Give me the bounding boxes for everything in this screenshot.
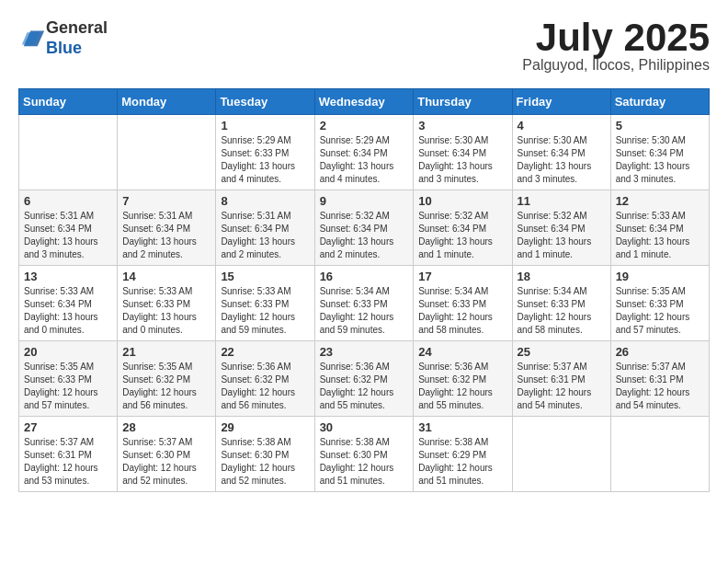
daylight-label: Daylight: 12 hours and 52 minutes. — [221, 463, 295, 486]
cell-content: Sunrise: 5:32 AM Sunset: 6:34 PM Dayligh… — [518, 210, 606, 261]
sunset-label: Sunset: 6:34 PM — [616, 148, 684, 158]
calendar-cell: 31 Sunrise: 5:38 AM Sunset: 6:29 PM Dayl… — [414, 417, 512, 492]
day-number: 19 — [616, 270, 704, 283]
sunset-label: Sunset: 6:31 PM — [24, 450, 92, 460]
sunrise-label: Sunrise: 5:38 AM — [320, 437, 390, 447]
daylight-label: Daylight: 13 hours and 4 minutes. — [221, 161, 295, 184]
sunset-label: Sunset: 6:33 PM — [616, 299, 684, 309]
sunrise-label: Sunrise: 5:31 AM — [122, 211, 192, 221]
sunrise-label: Sunrise: 5:34 AM — [518, 286, 587, 296]
cell-content: Sunrise: 5:36 AM Sunset: 6:32 PM Dayligh… — [221, 361, 309, 412]
sunset-label: Sunset: 6:34 PM — [320, 148, 388, 158]
day-number: 13 — [24, 270, 112, 283]
calendar-week-row: 20 Sunrise: 5:35 AM Sunset: 6:33 PM Dayl… — [19, 341, 710, 417]
cell-content: Sunrise: 5:34 AM Sunset: 6:33 PM Dayligh… — [418, 285, 506, 337]
daylight-label: Daylight: 13 hours and 0 minutes. — [24, 312, 98, 335]
sunset-label: Sunset: 6:34 PM — [418, 224, 486, 234]
calendar-week-row: 6 Sunrise: 5:31 AM Sunset: 6:34 PM Dayli… — [19, 190, 710, 266]
calendar-cell: 4 Sunrise: 5:30 AM Sunset: 6:34 PM Dayli… — [512, 115, 610, 190]
daylight-label: Daylight: 12 hours and 58 minutes. — [418, 312, 493, 335]
calendar-cell: 1 Sunrise: 5:29 AM Sunset: 6:33 PM Dayli… — [216, 115, 314, 190]
daylight-label: Daylight: 12 hours and 54 minutes. — [616, 387, 690, 410]
day-number: 18 — [518, 270, 606, 283]
day-number: 22 — [221, 345, 309, 359]
daylight-label: Daylight: 12 hours and 56 minutes. — [122, 387, 197, 410]
sunset-label: Sunset: 6:34 PM — [518, 148, 586, 158]
sunset-label: Sunset: 6:34 PM — [24, 299, 92, 309]
daylight-label: Daylight: 12 hours and 55 minutes. — [418, 387, 493, 410]
cell-content: Sunrise: 5:38 AM Sunset: 6:30 PM Dayligh… — [221, 436, 309, 488]
sunset-label: Sunset: 6:33 PM — [320, 299, 388, 309]
daylight-label: Daylight: 13 hours and 1 minute. — [518, 236, 592, 259]
cell-content: Sunrise: 5:30 AM Sunset: 6:34 PM Dayligh… — [518, 134, 606, 186]
day-number: 24 — [418, 345, 506, 359]
cell-content: Sunrise: 5:31 AM Sunset: 6:34 PM Dayligh… — [24, 210, 112, 261]
calendar-cell — [610, 417, 709, 492]
calendar-week-row: 1 Sunrise: 5:29 AM Sunset: 6:33 PM Dayli… — [19, 115, 710, 190]
location-subtitle: Palguyod, Ilocos, Philippines — [522, 57, 710, 74]
calendar-cell: 29 Sunrise: 5:38 AM Sunset: 6:30 PM Dayl… — [216, 417, 314, 492]
sunset-label: Sunset: 6:34 PM — [122, 224, 190, 234]
calendar-cell: 3 Sunrise: 5:30 AM Sunset: 6:34 PM Dayli… — [414, 115, 512, 190]
sunset-label: Sunset: 6:30 PM — [122, 450, 190, 460]
cell-content: Sunrise: 5:34 AM Sunset: 6:33 PM Dayligh… — [518, 285, 606, 337]
logo-text: General Blue — [46, 18, 108, 58]
page-header: General Blue July 2025 Palguyod, Ilocos,… — [18, 18, 710, 74]
sunrise-label: Sunrise: 5:30 AM — [616, 135, 686, 145]
daylight-label: Daylight: 13 hours and 0 minutes. — [122, 312, 197, 335]
cell-content: Sunrise: 5:33 AM Sunset: 6:34 PM Dayligh… — [616, 210, 704, 261]
sunset-label: Sunset: 6:29 PM — [418, 450, 486, 460]
cell-content: Sunrise: 5:33 AM Sunset: 6:34 PM Dayligh… — [24, 285, 112, 337]
sunrise-label: Sunrise: 5:37 AM — [616, 362, 686, 372]
sunrise-label: Sunrise: 5:33 AM — [616, 211, 686, 221]
day-number: 21 — [122, 345, 210, 359]
calendar-cell: 12 Sunrise: 5:33 AM Sunset: 6:34 PM Dayl… — [610, 190, 709, 266]
weekday-header: Saturday — [610, 89, 709, 115]
sunset-label: Sunset: 6:31 PM — [518, 374, 586, 385]
calendar-cell: 19 Sunrise: 5:35 AM Sunset: 6:33 PM Dayl… — [610, 266, 709, 341]
calendar-cell: 14 Sunrise: 5:33 AM Sunset: 6:33 PM Dayl… — [118, 266, 216, 341]
logo-icon — [20, 24, 46, 50]
calendar-cell: 25 Sunrise: 5:37 AM Sunset: 6:31 PM Dayl… — [512, 341, 610, 417]
day-number: 29 — [221, 420, 309, 434]
daylight-label: Daylight: 13 hours and 2 minutes. — [320, 236, 394, 259]
sunset-label: Sunset: 6:30 PM — [221, 450, 289, 460]
calendar-cell: 22 Sunrise: 5:36 AM Sunset: 6:32 PM Dayl… — [216, 341, 314, 417]
cell-content: Sunrise: 5:37 AM Sunset: 6:31 PM Dayligh… — [616, 361, 704, 412]
sunset-label: Sunset: 6:32 PM — [221, 374, 289, 385]
calendar-week-row: 13 Sunrise: 5:33 AM Sunset: 6:34 PM Dayl… — [19, 266, 710, 341]
calendar-cell — [118, 115, 216, 190]
daylight-label: Daylight: 12 hours and 55 minutes. — [320, 387, 394, 410]
day-number: 3 — [418, 119, 506, 132]
weekday-header: Wednesday — [314, 89, 414, 115]
calendar-cell: 10 Sunrise: 5:32 AM Sunset: 6:34 PM Dayl… — [414, 190, 512, 266]
sunrise-label: Sunrise: 5:37 AM — [518, 362, 587, 372]
day-number: 11 — [518, 194, 606, 208]
title-block: July 2025 Palguyod, Ilocos, Philippines — [522, 18, 710, 74]
cell-content: Sunrise: 5:31 AM Sunset: 6:34 PM Dayligh… — [221, 210, 309, 261]
sunrise-label: Sunrise: 5:36 AM — [221, 362, 290, 372]
cell-content: Sunrise: 5:38 AM Sunset: 6:29 PM Dayligh… — [418, 436, 506, 488]
sunset-label: Sunset: 6:32 PM — [418, 374, 486, 385]
cell-content: Sunrise: 5:29 AM Sunset: 6:33 PM Dayligh… — [221, 134, 309, 186]
calendar-table: SundayMondayTuesdayWednesdayThursdayFrid… — [18, 88, 710, 492]
logo-blue: Blue — [46, 39, 82, 57]
daylight-label: Daylight: 12 hours and 59 minutes. — [221, 312, 295, 335]
sunrise-label: Sunrise: 5:33 AM — [221, 286, 290, 296]
calendar-cell — [512, 417, 610, 492]
calendar-cell — [19, 115, 118, 190]
calendar-cell: 9 Sunrise: 5:32 AM Sunset: 6:34 PM Dayli… — [314, 190, 414, 266]
calendar-cell: 28 Sunrise: 5:37 AM Sunset: 6:30 PM Dayl… — [118, 417, 216, 492]
sunrise-label: Sunrise: 5:31 AM — [221, 211, 290, 221]
daylight-label: Daylight: 13 hours and 2 minutes. — [122, 236, 197, 259]
sunrise-label: Sunrise: 5:32 AM — [320, 211, 390, 221]
sunset-label: Sunset: 6:31 PM — [616, 374, 684, 385]
daylight-label: Daylight: 12 hours and 58 minutes. — [518, 312, 592, 335]
sunrise-label: Sunrise: 5:35 AM — [616, 286, 686, 296]
daylight-label: Daylight: 12 hours and 53 minutes. — [24, 463, 98, 486]
daylight-label: Daylight: 12 hours and 59 minutes. — [320, 312, 394, 335]
sunset-label: Sunset: 6:30 PM — [320, 450, 388, 460]
sunrise-label: Sunrise: 5:37 AM — [24, 437, 94, 447]
calendar-cell: 2 Sunrise: 5:29 AM Sunset: 6:34 PM Dayli… — [314, 115, 414, 190]
sunrise-label: Sunrise: 5:32 AM — [418, 211, 488, 221]
